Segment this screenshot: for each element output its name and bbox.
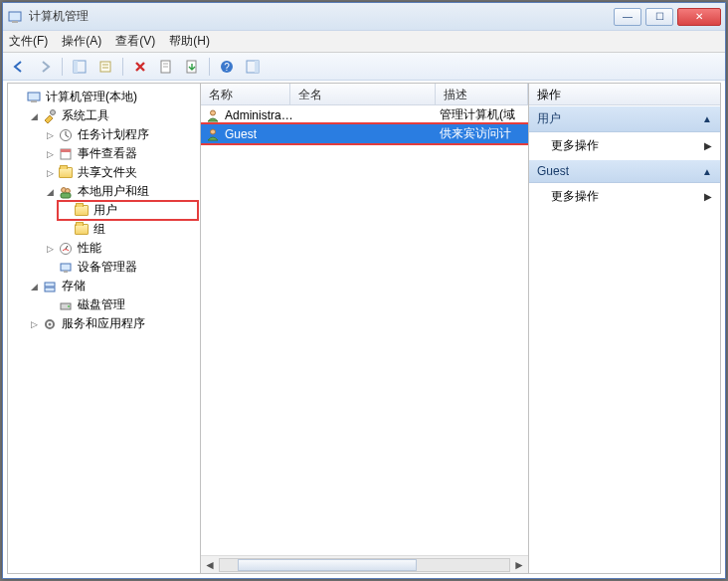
maximize-button[interactable]: ☐	[645, 8, 673, 26]
menu-view[interactable]: 查看(V)	[115, 33, 155, 50]
menu-file[interactable]: 文件(F)	[9, 33, 48, 50]
tree-system-tools[interactable]: ◢ 系统工具	[26, 106, 198, 125]
action-pane-button[interactable]	[241, 56, 265, 78]
svg-rect-20	[61, 149, 71, 152]
list-header: 名称 全名 描述	[201, 84, 528, 105]
svg-rect-14	[255, 61, 259, 73]
tree-label: 服务和应用程序	[62, 315, 145, 332]
menu-help[interactable]: 帮助(H)	[169, 33, 210, 50]
tree-storage[interactable]: ◢ 存储	[26, 277, 198, 295]
tree-label: 组	[93, 221, 105, 238]
cell-name: Guest	[225, 127, 294, 141]
scroll-left-button[interactable]: ◄	[201, 556, 219, 573]
back-button[interactable]	[7, 56, 31, 78]
tree-task-scheduler[interactable]: ▷ 任务计划程序	[42, 125, 198, 144]
scroll-right-button[interactable]: ►	[510, 556, 528, 573]
window-title: 计算机管理	[29, 8, 614, 25]
tree-event-viewer[interactable]: ▷ 事件查看器	[42, 144, 198, 163]
tree-label: 本地用户和组	[78, 183, 149, 200]
action-group-title: Guest	[537, 164, 569, 178]
svg-rect-29	[45, 288, 55, 291]
forward-button[interactable]	[33, 56, 57, 78]
svg-point-17	[51, 109, 56, 114]
svg-rect-3	[74, 61, 78, 73]
svg-rect-26	[61, 264, 71, 271]
properties-button[interactable]	[93, 56, 117, 78]
tree-label: 设备管理器	[78, 259, 137, 276]
export-list-button[interactable]	[180, 56, 204, 78]
chevron-up-icon: ▲	[702, 113, 712, 124]
col-fullname[interactable]: 全名	[290, 84, 436, 104]
action-group-header[interactable]: 用户▲	[529, 105, 720, 132]
tree-services-apps[interactable]: ▷ 服务和应用程序	[26, 314, 198, 333]
tree-users[interactable]: 用户	[58, 201, 198, 220]
window: 计算机管理 — ☐ ✕ 文件(F) 操作(A) 查看(V) 帮助(H) ?	[2, 2, 726, 579]
toolbar: ?	[3, 53, 725, 81]
tree-label: 用户	[93, 202, 117, 219]
tree-shared-folders[interactable]: ▷ 共享文件夹	[42, 163, 198, 182]
tree-root-node[interactable]: 计算机管理(本地)	[10, 88, 198, 106]
users-groups-icon	[58, 184, 74, 200]
cell-description: 供来宾访问计	[440, 125, 528, 142]
action-group-header[interactable]: Guest▲	[529, 159, 720, 183]
actions-header: 操作	[529, 84, 720, 105]
menubar: 文件(F) 操作(A) 查看(V) 帮助(H)	[3, 31, 725, 53]
tree-disk-management[interactable]: 磁盘管理	[42, 295, 198, 314]
action-group-title: 用户	[537, 110, 561, 127]
svg-point-35	[211, 129, 216, 134]
user-icon	[205, 126, 221, 142]
computer-icon	[26, 90, 42, 105]
svg-point-31	[68, 305, 70, 307]
disk-icon	[58, 297, 74, 313]
svg-rect-28	[45, 283, 55, 287]
svg-rect-27	[64, 271, 68, 273]
chevron-up-icon: ▲	[702, 166, 712, 177]
svg-rect-4	[100, 62, 110, 72]
close-button[interactable]: ✕	[677, 8, 721, 26]
folder-icon	[74, 222, 90, 238]
chevron-right-icon: ▶	[704, 191, 712, 202]
col-name[interactable]: 名称	[201, 84, 290, 104]
help-button[interactable]: ?	[215, 56, 239, 78]
menu-action[interactable]: 操作(A)	[62, 33, 101, 50]
storage-icon	[42, 279, 58, 294]
svg-rect-1	[12, 21, 18, 23]
svg-point-33	[49, 322, 52, 325]
svg-rect-0	[9, 12, 21, 21]
tree-local-users-groups[interactable]: ◢ 本地用户和组	[42, 182, 198, 201]
tree-label: 任务计划程序	[78, 126, 149, 143]
list-row[interactable]: Guest供来宾访问计	[201, 124, 528, 143]
refresh-button[interactable]	[154, 56, 178, 78]
col-description[interactable]: 描述	[436, 84, 528, 104]
tools-icon	[42, 108, 58, 124]
scroll-thumb[interactable]	[238, 559, 417, 571]
content-area: 计算机管理(本地) ◢ 系统工具 ▷ 任务计划程序	[7, 83, 721, 574]
event-icon	[58, 146, 74, 162]
show-hide-tree-button[interactable]	[68, 56, 91, 78]
tree-device-manager[interactable]: 设备管理器	[42, 258, 198, 277]
action-item[interactable]: 更多操作▶	[529, 183, 720, 210]
delete-button[interactable]	[128, 56, 152, 78]
performance-icon	[58, 241, 74, 257]
tree-pane[interactable]: 计算机管理(本地) ◢ 系统工具 ▷ 任务计划程序	[8, 84, 201, 573]
tree-groups[interactable]: 组	[58, 220, 198, 239]
svg-text:?: ?	[224, 62, 230, 73]
action-item[interactable]: 更多操作▶	[529, 132, 720, 159]
action-item-label: 更多操作	[551, 188, 599, 205]
action-item-label: 更多操作	[551, 137, 599, 154]
tree-label: 磁盘管理	[78, 296, 125, 313]
tree-label: 存储	[62, 278, 86, 294]
tree-label: 共享文件夹	[78, 164, 137, 181]
clock-icon	[58, 127, 74, 143]
list-row[interactable]: Administrat...管理计算机(域	[201, 105, 528, 124]
app-icon	[7, 9, 23, 25]
tree-performance[interactable]: ▷ 性能	[42, 239, 198, 258]
minimize-button[interactable]: —	[614, 8, 641, 26]
list-pane[interactable]: 名称 全名 描述 Administrat...管理计算机(域Guest供来宾访问…	[201, 84, 529, 573]
horizontal-scrollbar[interactable]: ◄ ►	[201, 555, 528, 573]
titlebar[interactable]: 计算机管理 — ☐ ✕	[3, 3, 725, 31]
services-icon	[42, 316, 58, 332]
tree-label: 系统工具	[62, 107, 109, 124]
svg-point-34	[211, 110, 216, 115]
shared-folder-icon	[58, 165, 74, 181]
